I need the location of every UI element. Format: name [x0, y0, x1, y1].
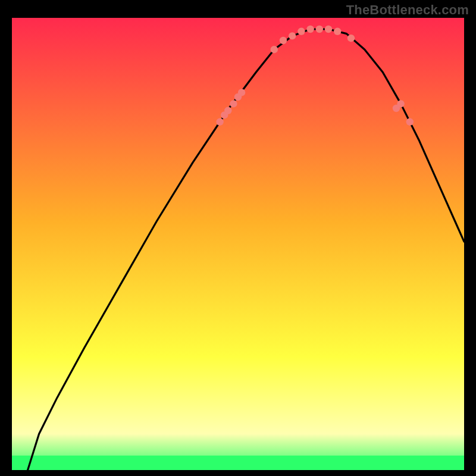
green-bottom-band [12, 456, 464, 470]
data-point [306, 26, 314, 33]
watermark-text: TheBottleneck.com [346, 2, 469, 18]
data-point [216, 118, 223, 126]
data-point [280, 37, 287, 44]
data-point [347, 35, 355, 42]
data-point [406, 118, 414, 126]
data-point [289, 32, 296, 39]
data-point [325, 26, 332, 33]
chart-root: TheBottleneck.com [0, 0, 476, 476]
chart-svg [12, 18, 464, 470]
data-point [298, 28, 305, 35]
gradient-background [12, 18, 464, 470]
data-point [316, 26, 323, 33]
data-point [334, 28, 341, 35]
data-point [397, 100, 404, 107]
data-point [271, 46, 278, 53]
data-point [224, 107, 231, 114]
data-point [230, 100, 237, 107]
plot-area [12, 18, 464, 470]
data-point [238, 89, 245, 96]
